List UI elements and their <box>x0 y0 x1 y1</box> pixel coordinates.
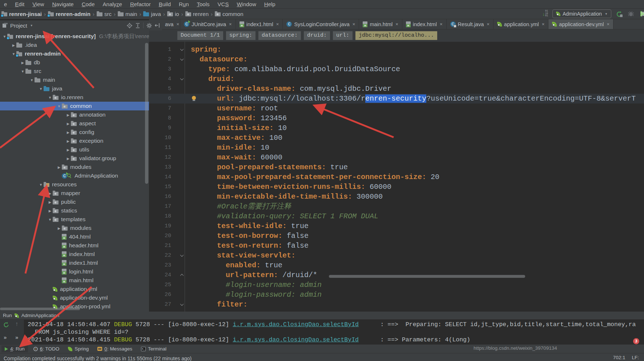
code-line-8[interactable]: 8 password: 123456 <box>149 113 644 123</box>
tree-item-templates[interactable]: ▼templates <box>0 215 149 224</box>
collapsed-arrow-icon[interactable]: ▶ <box>47 191 53 195</box>
code-line-12[interactable]: 12 max-wait: 60000 <box>149 153 644 162</box>
code-line-21[interactable]: 21 test-on-return: false <box>149 241 644 251</box>
fold-marker-icon[interactable] <box>173 300 191 309</box>
tree-item-renren-jinsai--renren-security-[interactable]: ▼renren-jinsai [renren-security]G:\李杨勇项目… <box>0 32 149 41</box>
tree-item-java[interactable]: ▼java <box>0 84 149 93</box>
expanded-arrow-icon[interactable]: ▼ <box>29 78 35 82</box>
collapsed-arrow-icon[interactable]: ▶ <box>47 200 53 204</box>
notification-badge[interactable]: 3 <box>633 338 639 344</box>
code-line-3[interactable]: 3 type: com.alibaba.druid.pool.DruidData… <box>149 64 644 74</box>
project-tree-scrollbar[interactable] <box>145 43 148 184</box>
menu-build[interactable]: Build <box>155 1 175 7</box>
close-icon[interactable]: × <box>542 21 545 27</box>
collapsed-arrow-icon[interactable]: ▶ <box>20 61 25 65</box>
code-line-9[interactable]: 9 initial-size: 10 <box>149 123 644 133</box>
tree-item-mapper[interactable]: ▶mapper <box>0 189 149 198</box>
fold-marker-icon[interactable] <box>173 54 191 64</box>
menu-tools[interactable]: Tools <box>193 1 214 7</box>
tree-item-index.html[interactable]: index.html <box>0 250 149 259</box>
code-line-5[interactable]: 5 driver-class-name: com.mysql.jdbc.Driv… <box>149 84 644 94</box>
tree-item-index1.html[interactable]: index1.html <box>0 259 149 267</box>
expanded-arrow-icon[interactable]: ▼ <box>20 69 25 73</box>
breadcrumb-item-common[interactable]: common <box>215 11 243 17</box>
tree-item-aspect[interactable]: ▶aspect <box>0 119 149 128</box>
menu-refactor[interactable]: Refactor <box>126 1 155 7</box>
tree-item-db[interactable]: ▶db <box>0 58 149 67</box>
collapsed-arrow-icon[interactable]: ▶ <box>65 122 71 126</box>
close-icon[interactable]: × <box>176 21 179 27</box>
breadcrumb-item-renren-jinsai[interactable]: renren-jinsai <box>1 11 42 17</box>
project-panel-title[interactable]: Project <box>10 23 27 29</box>
locate-file-icon[interactable] <box>127 23 132 28</box>
code-editor[interactable]: 1spring:2 datasource:3 type: com.alibaba… <box>149 42 644 312</box>
fold-marker-icon[interactable] <box>173 251 191 260</box>
toolwindow-spring[interactable]: Spring <box>65 345 92 352</box>
run-configuration-select[interactable]: AdminApplication ▼ <box>552 9 611 18</box>
collapsed-arrow-icon[interactable]: ▶ <box>65 130 71 134</box>
tree-item-.idea[interactable]: ▶.idea <box>0 41 149 49</box>
toolwindow-terminal[interactable]: Terminal <box>138 345 170 352</box>
breadcrumb-item-src[interactable]: src <box>97 11 112 17</box>
project-tree-hscrollbar[interactable] <box>0 308 80 310</box>
expanded-arrow-icon[interactable]: ▼ <box>47 218 53 222</box>
chevron-down-icon[interactable]: ▼ <box>30 24 33 27</box>
console-output[interactable]: 2021-04-18 14:50:48.407 DEBUG 5728 --- [… <box>28 321 644 344</box>
breadcrumb-item-main[interactable]: main <box>118 11 137 17</box>
collapse-all-icon[interactable] <box>135 23 140 28</box>
yaml-breadcrumb-chip[interactable]: Document 1/1 <box>177 31 223 40</box>
menu-navigate[interactable]: Navigate <box>48 1 77 7</box>
yaml-breadcrumb-chip[interactable]: url: <box>333 31 353 40</box>
code-line-26[interactable]: 26 #login-password: admin <box>149 290 644 300</box>
close-icon[interactable]: × <box>353 21 355 27</box>
tab-index-html[interactable]: index.html× <box>402 19 447 29</box>
up-stack-trace-icon[interactable]: ↑ <box>15 321 18 327</box>
breadcrumb-item-renren[interactable]: renren <box>185 11 209 17</box>
code-line-11[interactable]: 11 min-idle: 10 <box>149 143 644 153</box>
menu-e[interactable]: e <box>0 1 11 7</box>
menu-view[interactable]: View <box>28 1 48 7</box>
breadcrumb-item-java[interactable]: java <box>143 11 161 17</box>
tree-item-application.yml[interactable]: application.yml <box>0 285 149 293</box>
tree-item-modules[interactable]: ▶modules <box>0 224 149 232</box>
menu-window[interactable]: Window <box>233 1 260 7</box>
expanded-arrow-icon[interactable]: ▼ <box>38 87 44 91</box>
tree-item-io.renren[interactable]: ▼io.renren <box>0 93 149 102</box>
tree-item-config[interactable]: ▶config <box>0 128 149 137</box>
tree-item-src[interactable]: ▼src <box>0 67 149 76</box>
code-line-17[interactable]: 17 #Oracle需要打开注释 <box>149 202 644 211</box>
expanded-arrow-icon[interactable]: ▼ <box>38 183 44 187</box>
fold-marker-icon[interactable] <box>173 270 191 280</box>
close-icon[interactable]: × <box>607 21 609 27</box>
code-line-7[interactable]: 7 username: root <box>149 104 644 113</box>
tab-index1-html[interactable]: index1.html× <box>236 19 283 29</box>
yaml-breadcrumb-chip[interactable]: datasource: <box>258 31 301 40</box>
code-line-13[interactable]: 13 pool-prepared-statements: true <box>149 162 644 172</box>
tree-item-public[interactable]: ▶public <box>0 198 149 206</box>
changes-icon[interactable]: ↓ 011001 <box>543 10 548 17</box>
close-icon[interactable]: × <box>229 21 232 27</box>
close-icon[interactable]: × <box>276 21 279 27</box>
tree-item-annotation[interactable]: ▶annotation <box>0 110 149 119</box>
collapsed-arrow-icon[interactable]: ▶ <box>56 226 62 230</box>
tree-item-login.html[interactable]: login.html <box>0 267 149 276</box>
menu-vcs[interactable]: VCS <box>214 1 233 7</box>
fold-marker-icon[interactable] <box>173 74 191 84</box>
code-line-22[interactable]: 22 stat-view-servlet: <box>149 251 644 260</box>
breadcrumb-item-io[interactable]: io <box>167 11 179 17</box>
code-line-10[interactable]: 10 max-active: 100 <box>149 133 644 143</box>
editor-hscrollbar[interactable] <box>329 275 525 278</box>
code-line-18[interactable]: 18 #validation-query: SELECT 1 FROM DUAL <box>149 211 644 221</box>
collapsed-arrow-icon[interactable]: ▶ <box>56 165 62 169</box>
code-line-2[interactable]: 2 datasource: <box>149 54 644 64</box>
code-line-1[interactable]: 1spring: <box>149 45 644 54</box>
code-line-16[interactable]: 16 min-evictable-idle-time-millis: 30000… <box>149 192 644 202</box>
tree-item-main[interactable]: ▼main <box>0 76 149 84</box>
tree-item-application-dev.yml[interactable]: application-dev.yml <box>0 293 149 302</box>
toolwindow-todo[interactable]: 6: TODO <box>30 345 63 352</box>
collapsed-arrow-icon[interactable]: ▶ <box>65 157 71 161</box>
tree-item-statics[interactable]: ▶statics <box>0 206 149 215</box>
code-line-27[interactable]: 27 filter: <box>149 300 644 309</box>
tab-ava[interactable]: ava× <box>163 19 180 29</box>
tree-item-modules[interactable]: ▶modules <box>0 163 149 171</box>
